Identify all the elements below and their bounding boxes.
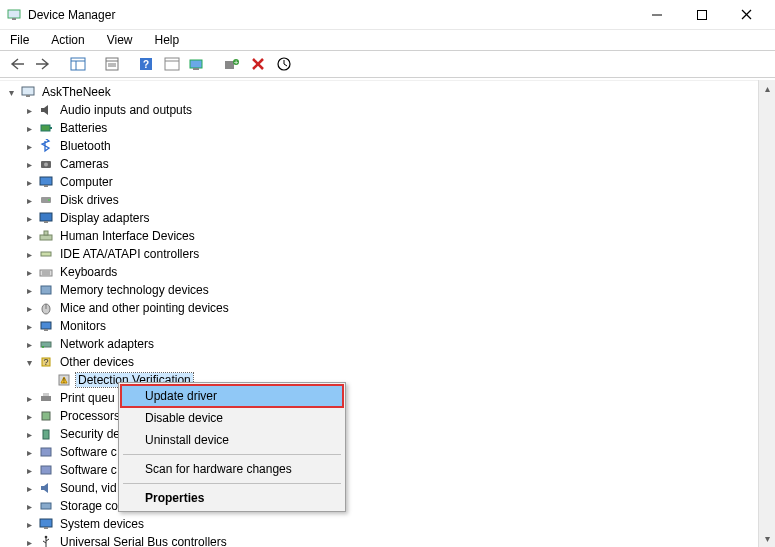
chevron-right-icon[interactable]: ▸ bbox=[22, 247, 36, 261]
ctx-separator bbox=[123, 483, 341, 484]
tree-item-other-devices[interactable]: ▾ ? Other devices bbox=[4, 353, 775, 371]
tree-item-batteries[interactable]: ▸ Batteries bbox=[4, 119, 775, 137]
device-tree[interactable]: ▾ AskTheNeek ▸ Audio inputs and outputs … bbox=[0, 81, 775, 547]
ide-icon bbox=[38, 246, 54, 262]
svg-rect-62 bbox=[44, 527, 48, 529]
close-button[interactable] bbox=[724, 1, 769, 29]
tree-item-ide[interactable]: ▸ IDE ATA/ATAPI controllers bbox=[4, 245, 775, 263]
minimize-button[interactable] bbox=[634, 1, 679, 29]
chevron-right-icon[interactable]: ▸ bbox=[22, 103, 36, 117]
tree-item-network[interactable]: ▸ Network adapters bbox=[4, 335, 775, 353]
speaker-icon bbox=[38, 102, 54, 118]
svg-rect-1 bbox=[12, 18, 16, 20]
tree-root-label: AskTheNeek bbox=[40, 85, 113, 99]
help-button[interactable]: ? bbox=[134, 53, 158, 75]
tree-item-audio[interactable]: ▸ Audio inputs and outputs bbox=[4, 101, 775, 119]
chevron-right-icon[interactable]: ▸ bbox=[22, 427, 36, 441]
context-menu: Update driver Disable device Uninstall d… bbox=[118, 382, 346, 512]
chevron-right-icon[interactable]: ▸ bbox=[22, 337, 36, 351]
tree-item-computer[interactable]: ▸ Computer bbox=[4, 173, 775, 191]
printer-icon bbox=[38, 390, 54, 406]
disk-icon bbox=[38, 192, 54, 208]
chevron-right-icon[interactable]: ▸ bbox=[22, 517, 36, 531]
properties-button[interactable] bbox=[100, 53, 124, 75]
chevron-right-icon[interactable]: ▸ bbox=[22, 499, 36, 513]
ctx-properties[interactable]: Properties bbox=[121, 487, 343, 509]
menu-file[interactable]: File bbox=[6, 32, 33, 48]
tree-item-mice[interactable]: ▸ Mice and other pointing devices bbox=[4, 299, 775, 317]
tree-item-keyboards[interactable]: ▸ Keyboards bbox=[4, 263, 775, 281]
software-icon bbox=[38, 444, 54, 460]
tree-item-hid[interactable]: ▸ Human Interface Devices bbox=[4, 227, 775, 245]
svg-rect-47 bbox=[44, 329, 48, 331]
system-icon bbox=[38, 516, 54, 532]
tree-item-usb-controllers[interactable]: ▸ Universal Serial Bus controllers bbox=[4, 533, 775, 547]
menu-help[interactable]: Help bbox=[151, 32, 184, 48]
svg-rect-35 bbox=[40, 213, 52, 221]
chevron-right-icon[interactable]: ▸ bbox=[22, 481, 36, 495]
add-legacy-button[interactable]: + bbox=[220, 53, 244, 75]
svg-point-30 bbox=[44, 163, 48, 167]
keyboard-icon bbox=[38, 264, 54, 280]
chevron-right-icon[interactable]: ▸ bbox=[22, 121, 36, 135]
chevron-right-icon[interactable]: ▸ bbox=[22, 157, 36, 171]
menu-action[interactable]: Action bbox=[47, 32, 88, 48]
menu-view[interactable]: View bbox=[103, 32, 137, 48]
action-list-button[interactable] bbox=[160, 53, 184, 75]
chevron-right-icon[interactable]: ▸ bbox=[22, 211, 36, 225]
svg-rect-25 bbox=[22, 87, 34, 95]
monitor-icon bbox=[38, 174, 54, 190]
svg-rect-6 bbox=[71, 58, 85, 70]
chevron-right-icon[interactable]: ▸ bbox=[22, 391, 36, 405]
chevron-right-icon[interactable]: ▸ bbox=[22, 463, 36, 477]
chevron-right-icon[interactable]: ▸ bbox=[22, 175, 36, 189]
tree-item-system-devices[interactable]: ▸ System devices bbox=[4, 515, 775, 533]
chevron-right-icon[interactable]: ▸ bbox=[22, 283, 36, 297]
forward-button[interactable] bbox=[32, 53, 56, 75]
svg-rect-43 bbox=[41, 286, 51, 294]
chevron-right-icon[interactable]: ▸ bbox=[22, 409, 36, 423]
back-button[interactable] bbox=[6, 53, 30, 75]
scroll-up-icon[interactable]: ▴ bbox=[759, 80, 775, 97]
scan-hardware-button[interactable] bbox=[186, 53, 210, 75]
show-hide-tree-button[interactable] bbox=[66, 53, 90, 75]
toolbar: ? + bbox=[0, 50, 775, 78]
chevron-down-icon[interactable]: ▾ bbox=[4, 85, 18, 99]
software-icon bbox=[38, 462, 54, 478]
ctx-scan-hardware[interactable]: Scan for hardware changes bbox=[121, 458, 343, 480]
chevron-right-icon[interactable]: ▸ bbox=[22, 445, 36, 459]
tree-item-disk-drives[interactable]: ▸ Disk drives bbox=[4, 191, 775, 209]
chevron-right-icon[interactable]: ▸ bbox=[22, 319, 36, 333]
chevron-down-icon[interactable]: ▾ bbox=[22, 355, 36, 369]
svg-rect-0 bbox=[8, 10, 20, 18]
chevron-right-icon[interactable]: ▸ bbox=[22, 535, 36, 547]
svg-rect-19 bbox=[225, 61, 234, 69]
ctx-update-driver[interactable]: Update driver bbox=[121, 385, 343, 407]
security-icon bbox=[38, 426, 54, 442]
chevron-right-icon[interactable]: ▸ bbox=[22, 193, 36, 207]
svg-rect-46 bbox=[41, 322, 51, 329]
tree-item-memory-tech[interactable]: ▸ Memory technology devices bbox=[4, 281, 775, 299]
ctx-uninstall-device[interactable]: Uninstall device bbox=[121, 429, 343, 451]
chevron-right-icon[interactable]: ▸ bbox=[22, 301, 36, 315]
svg-rect-54 bbox=[41, 396, 51, 401]
title-bar: Device Manager bbox=[0, 0, 775, 30]
window-title: Device Manager bbox=[28, 8, 115, 22]
ctx-disable-device[interactable]: Disable device bbox=[121, 407, 343, 429]
app-icon bbox=[6, 7, 22, 23]
chevron-right-icon[interactable]: ▸ bbox=[22, 139, 36, 153]
svg-rect-39 bbox=[41, 252, 51, 256]
tree-root[interactable]: ▾ AskTheNeek bbox=[4, 83, 775, 101]
tree-item-cameras[interactable]: ▸ Cameras bbox=[4, 155, 775, 173]
maximize-button[interactable] bbox=[679, 1, 724, 29]
uninstall-button[interactable] bbox=[246, 53, 270, 75]
chevron-right-icon[interactable]: ▸ bbox=[22, 229, 36, 243]
vertical-scrollbar[interactable]: ▴ ▾ bbox=[758, 80, 775, 547]
tree-item-bluetooth[interactable]: ▸ Bluetooth bbox=[4, 137, 775, 155]
tree-item-monitors[interactable]: ▸ Monitors bbox=[4, 317, 775, 335]
scroll-down-icon[interactable]: ▾ bbox=[759, 530, 775, 547]
tree-item-display-adapters[interactable]: ▸ Display adapters bbox=[4, 209, 775, 227]
chevron-right-icon[interactable]: ▸ bbox=[22, 265, 36, 279]
device-tree-area: ▾ AskTheNeek ▸ Audio inputs and outputs … bbox=[0, 80, 775, 547]
update-driver-button[interactable] bbox=[272, 53, 296, 75]
